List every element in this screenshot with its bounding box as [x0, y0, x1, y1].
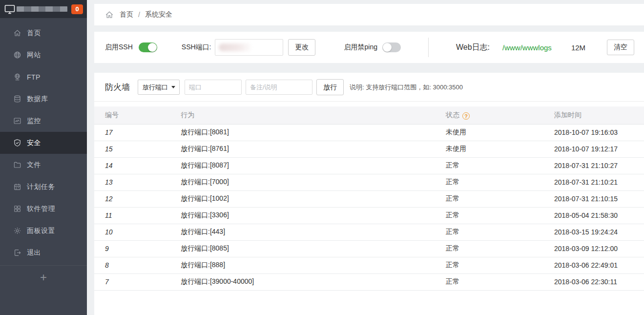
breadcrumb: 首页 / 系统安全 — [94, 4, 644, 25]
row-status: 正常 — [446, 273, 554, 290]
row-id: 13 — [94, 174, 181, 190]
sidebar-item-settings[interactable]: 面板设置 — [0, 220, 87, 242]
sidebar-item-label: 安全 — [27, 139, 41, 147]
sidebar-item-cron[interactable]: 计划任务 — [0, 176, 87, 198]
row-time: 2018-03-09 12:12:00 — [554, 240, 644, 257]
ping-toggle-label: 启用禁ping — [344, 43, 377, 52]
sidebar-item-label: 网站 — [27, 51, 41, 60]
ssh-port-input[interactable] — [215, 39, 283, 56]
ping-toggle[interactable] — [382, 42, 401, 52]
sidebar-header: 0 — [0, 0, 87, 18]
col-header-id: 编号 — [94, 106, 181, 124]
row-time: 2018-07-31 21:10:15 — [554, 190, 644, 207]
table-row: 10放行端口:[443]正常2018-03-15 19:24:24 — [94, 224, 644, 240]
firewall-panel: 防火墙 放行端口 放行 说明: 支持放行端口范围，如: 3000:3500 编号… — [94, 73, 644, 315]
row-time: 2018-03-06 22:30:11 — [554, 273, 644, 290]
firewall-hint: 说明: 支持放行端口范围，如: 3000:3500 — [350, 83, 463, 92]
firewall-type-selected: 放行端口 — [143, 83, 168, 92]
logout-icon — [13, 249, 21, 257]
row-id: 7 — [94, 273, 181, 290]
firewall-filter-row: 防火墙 放行端口 放行 说明: 支持放行端口范围，如: 3000:3500 — [94, 73, 644, 102]
row-action: 放行端口:[888] — [181, 257, 446, 273]
row-action: 放行端口:[7000] — [181, 174, 446, 190]
col-header-action: 行为 — [181, 106, 446, 124]
sidebar-item-home[interactable]: 首页 — [0, 22, 87, 44]
row-time: 2018-10-07 19:12:17 — [554, 141, 644, 157]
table-row: 11放行端口:[3306]正常2018-05-04 21:58:30 — [94, 207, 644, 224]
ssh-port-change-button[interactable]: 更改 — [288, 39, 315, 56]
row-status: 正常 — [446, 224, 554, 240]
table-row: 9放行端口:[8085]正常2018-03-09 12:12:00 — [94, 240, 644, 257]
row-time: 2018-07-31 21:10:21 — [554, 174, 644, 190]
ssh-port-label: SSH端口: — [182, 43, 211, 52]
row-action: 放行端口:[8087] — [181, 157, 446, 174]
sidebar-item-monitor[interactable]: 监控 — [0, 110, 87, 132]
home-icon[interactable] — [105, 10, 114, 19]
firewall-note-input[interactable] — [246, 80, 312, 95]
firewall-table-body: 17放行端口:[8081]未使用2018-10-07 19:16:0315放行端… — [94, 124, 644, 290]
sidebar-item-site[interactable]: 网站 — [0, 44, 87, 66]
row-id: 17 — [94, 124, 181, 141]
table-row: 17放行端口:[8081]未使用2018-10-07 19:16:03 — [94, 124, 644, 141]
row-time: 2018-05-04 21:58:30 — [554, 207, 644, 224]
row-action: 放行端口:[443] — [181, 224, 446, 240]
sidebar-item-database[interactable]: 数据库 — [0, 88, 87, 110]
weblog-clear-button[interactable]: 清空 — [607, 40, 634, 55]
row-status: 正常 — [446, 207, 554, 224]
chevron-down-icon — [171, 86, 175, 88]
sidebar-item-label: 数据库 — [27, 95, 48, 104]
sidebar-item-label: 退出 — [27, 249, 41, 257]
row-id: 10 — [94, 224, 181, 240]
table-row: 8放行端口:[888]正常2018-03-06 22:49:01 — [94, 257, 644, 273]
sidebar-item-logout[interactable]: 退出 — [0, 242, 87, 264]
ssh-toggle[interactable] — [139, 42, 157, 52]
row-id: 14 — [94, 157, 181, 174]
panel-logo-icon — [4, 3, 16, 15]
message-count-badge[interactable]: 0 — [71, 4, 83, 14]
main-content: 首页 / 系统安全 启用SSH SSH端口: 更改 启用禁ping Web日志:… — [87, 0, 644, 315]
ssh-settings-bar: 启用SSH SSH端口: 更改 启用禁ping Web日志: /www/wwwl… — [94, 32, 644, 63]
grid-icon — [13, 205, 21, 213]
sidebar-item-files[interactable]: 文件 — [0, 154, 87, 176]
firewall-type-select[interactable]: 放行端口 — [138, 80, 180, 95]
row-id: 12 — [94, 190, 181, 207]
logo-text-redacted — [17, 6, 67, 12]
status-help-icon[interactable]: ? — [462, 112, 470, 120]
breadcrumb-current: 系统安全 — [145, 10, 172, 19]
row-status: 正常 — [446, 240, 554, 257]
row-action: 放行端口:[3306] — [181, 207, 446, 224]
settings-divider — [428, 38, 429, 57]
sidebar-item-label: 计划任务 — [27, 183, 55, 191]
row-time: 2018-03-06 22:49:01 — [554, 257, 644, 273]
table-row: 15放行端口:[8761]未使用2018-10-07 19:12:17 — [94, 141, 644, 157]
row-time: 2018-10-07 19:16:03 — [554, 124, 644, 141]
sidebar-add-button[interactable]: + — [0, 266, 87, 284]
weblog-size: 12M — [571, 43, 585, 52]
row-status: 未使用 — [446, 141, 554, 157]
shield-icon — [13, 139, 21, 147]
row-id: 11 — [94, 207, 181, 224]
row-action: 放行端口:[8085] — [181, 240, 446, 257]
sidebar: 0 首页网站FTP数据库监控安全文件计划任务软件管理面板设置退出 + — [0, 0, 87, 315]
row-status: 正常 — [446, 190, 554, 207]
firewall-allow-button[interactable]: 放行 — [316, 79, 344, 95]
globe-icon — [13, 51, 21, 59]
breadcrumb-home[interactable]: 首页 — [120, 10, 133, 19]
table-row: 12放行端口:[1002]正常2018-07-31 21:10:15 — [94, 190, 644, 207]
row-status: 正常 — [446, 257, 554, 273]
row-action: 放行端口:[1002] — [181, 190, 446, 207]
weblog-path-link[interactable]: /www/wwwlogs — [502, 43, 552, 52]
row-id: 8 — [94, 257, 181, 273]
folder-icon — [13, 161, 21, 169]
sidebar-item-software[interactable]: 软件管理 — [0, 198, 87, 220]
weblog-label: Web日志: — [456, 42, 490, 53]
table-row: 14放行端口:[8087]正常2018-07-31 21:10:27 — [94, 157, 644, 174]
firewall-port-input[interactable] — [185, 80, 242, 95]
table-header-row: 编号 行为 状态? 添加时间 — [94, 106, 644, 124]
sidebar-item-security[interactable]: 安全 — [0, 132, 87, 154]
firewall-table: 编号 行为 状态? 添加时间 17放行端口:[8081]未使用2018-10-0… — [94, 106, 644, 291]
sidebar-item-ftp[interactable]: FTP — [0, 66, 87, 88]
ping-toggle-knob — [383, 43, 392, 52]
sidebar-item-label: 软件管理 — [27, 205, 55, 213]
row-time: 2018-07-31 21:10:27 — [554, 157, 644, 174]
